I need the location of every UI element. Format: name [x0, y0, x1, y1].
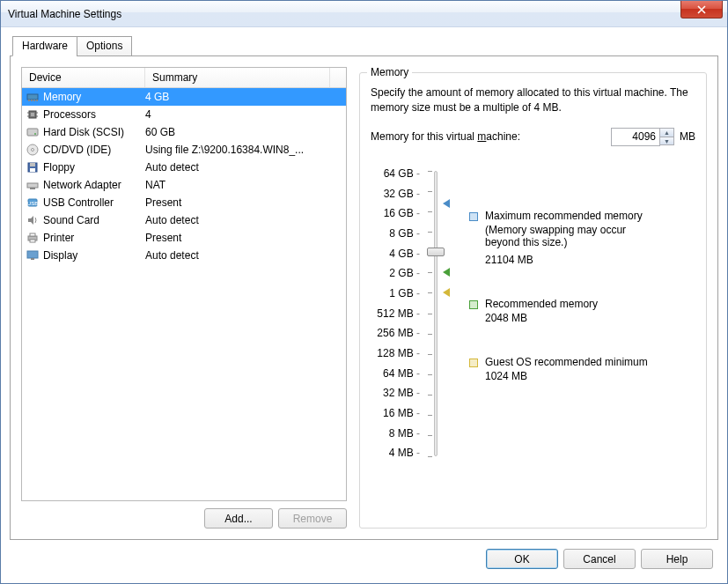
- svg-rect-0: [27, 94, 38, 100]
- svg-rect-25: [27, 251, 38, 258]
- settings-window: Virtual Machine Settings Hardware Option…: [0, 0, 728, 584]
- floppy-icon: [26, 160, 40, 174]
- col-summary[interactable]: Summary: [145, 68, 330, 87]
- device-list[interactable]: Device Summary Memory4 GBProcessors4Hard…: [21, 67, 347, 501]
- table-row[interactable]: PrinterPresent: [22, 229, 346, 247]
- window-title: Virtual Machine Settings: [8, 8, 121, 20]
- device-summary: Auto detect: [145, 161, 342, 174]
- list-buttons: Add... Remove: [21, 508, 347, 529]
- spin-up[interactable]: ▲: [660, 128, 674, 137]
- add-button[interactable]: Add...: [204, 508, 273, 529]
- device-panel: Device Summary Memory4 GBProcessors4Hard…: [21, 67, 347, 529]
- tick-label: 64 GB -: [376, 164, 420, 184]
- memory-slider-area: 64 GB -32 GB -16 GB -8 GB -4 GB -2 GB -1…: [376, 164, 695, 481]
- svg-rect-1: [28, 100, 30, 101]
- svg-rect-16: [30, 163, 35, 166]
- ok-button[interactable]: OK: [486, 549, 558, 569]
- memory-spinner: ▲ ▼: [611, 128, 674, 146]
- memory-input-row: Memory for this virtual machine: ▲ ▼ MB: [371, 128, 695, 146]
- marker-min-icon: [443, 288, 450, 297]
- legend-max: Maximum recommended memory (Memory swapp…: [469, 210, 654, 266]
- svg-rect-26: [31, 258, 34, 260]
- list-header: Device Summary: [22, 68, 346, 88]
- svg-rect-24: [30, 240, 35, 242]
- tick-label: 1 GB -: [376, 284, 420, 304]
- slider-tick-marks: [428, 171, 432, 456]
- svg-rect-18: [27, 183, 38, 188]
- svg-rect-4: [36, 100, 38, 101]
- tick-label: 16 GB -: [376, 203, 420, 224]
- legend-recommended: Recommended memory 2048 MB: [469, 298, 654, 324]
- dialog-buttons: OK Cancel Help: [10, 540, 718, 574]
- marker-max-icon: [443, 199, 450, 208]
- help-button[interactable]: Help: [641, 549, 713, 569]
- device-summary: 4: [145, 108, 342, 121]
- svg-rect-3: [33, 100, 35, 101]
- tick-label: 4 GB -: [376, 243, 420, 263]
- svg-point-14: [32, 149, 34, 152]
- tick-label: 256 MB -: [376, 323, 420, 344]
- device-summary: Present: [145, 232, 342, 244]
- table-row[interactable]: USBUSB ControllerPresent: [22, 194, 346, 211]
- slider-tick-labels: 64 GB -32 GB -16 GB -8 GB -4 GB -2 GB -1…: [376, 164, 420, 463]
- table-row[interactable]: Network AdapterNAT: [22, 176, 346, 194]
- device-label: Display: [43, 249, 77, 262]
- tick-label: 8 GB -: [376, 224, 420, 244]
- net-icon: [26, 178, 40, 192]
- slider-thumb[interactable]: [427, 248, 445, 256]
- col-end: [330, 68, 346, 87]
- memory-label: Memory for this virtual machine:: [371, 130, 606, 143]
- table-row[interactable]: Processors4: [22, 106, 346, 123]
- titlebar: Virtual Machine Settings: [1, 1, 727, 27]
- spin-buttons: ▲ ▼: [660, 128, 674, 145]
- table-row[interactable]: FloppyAuto detect: [22, 159, 346, 176]
- spin-down[interactable]: ▼: [660, 137, 674, 145]
- memory-legend: Maximum recommended memory (Memory swapp…: [469, 164, 654, 481]
- tick-label: 2 GB -: [376, 263, 420, 284]
- device-label: Sound Card: [43, 214, 99, 226]
- device-label: Hard Disk (SCSI): [43, 126, 124, 138]
- detail-panel: Memory Specify the amount of memory allo…: [359, 67, 707, 529]
- square-yellow-icon: [469, 359, 478, 367]
- device-summary: 60 GB: [145, 126, 342, 138]
- device-summary: Using file Z:\9200.16384.WIN8_...: [145, 144, 342, 156]
- svg-text:USB: USB: [27, 201, 38, 206]
- remove-button[interactable]: Remove: [278, 508, 347, 529]
- svg-point-12: [34, 133, 36, 135]
- close-icon: [697, 5, 706, 14]
- table-row[interactable]: CD/DVD (IDE)Using file Z:\9200.16384.WIN…: [22, 141, 346, 159]
- svg-rect-19: [30, 188, 35, 189]
- memory-input[interactable]: [611, 128, 660, 146]
- device-summary: Auto detect: [145, 214, 342, 226]
- cd-icon: [26, 143, 40, 157]
- legend-min: Guest OS recommended minimum 1024 MB: [469, 356, 654, 382]
- table-row[interactable]: DisplayAuto detect: [22, 247, 346, 264]
- tab-hardware[interactable]: Hardware: [12, 36, 77, 56]
- table-row[interactable]: Hard Disk (SCSI)60 GB: [22, 123, 346, 141]
- hdd-icon: [26, 125, 40, 139]
- device-label: Floppy: [43, 161, 75, 174]
- square-green-icon: [469, 300, 478, 309]
- col-device[interactable]: Device: [22, 68, 145, 87]
- tick-label: 128 MB -: [376, 344, 420, 364]
- slider-track-wrap: [423, 164, 450, 463]
- device-label: Processors: [43, 108, 96, 121]
- table-row[interactable]: Sound CardAuto detect: [22, 211, 346, 229]
- usb-icon: USB: [26, 196, 40, 210]
- cancel-button[interactable]: Cancel: [563, 549, 636, 569]
- tick-label: 512 MB -: [376, 303, 420, 323]
- marker-recommended-icon: [443, 268, 450, 277]
- tick-label: 8 MB -: [376, 423, 420, 443]
- slider-track[interactable]: [434, 171, 438, 456]
- device-label: USB Controller: [43, 196, 114, 209]
- device-label: Printer: [43, 232, 74, 244]
- device-summary: Auto detect: [145, 249, 342, 262]
- memory-description: Specify the amount of memory allocated t…: [371, 85, 695, 115]
- table-row[interactable]: Memory4 GB: [22, 88, 346, 106]
- tab-options[interactable]: Options: [77, 36, 132, 56]
- list-body: Memory4 GBProcessors4Hard Disk (SCSI)60 …: [22, 88, 346, 264]
- device-label: Memory: [43, 91, 81, 103]
- cpu-icon: [26, 107, 40, 122]
- tick-label: 4 MB -: [376, 443, 420, 463]
- close-button[interactable]: [680, 1, 723, 18]
